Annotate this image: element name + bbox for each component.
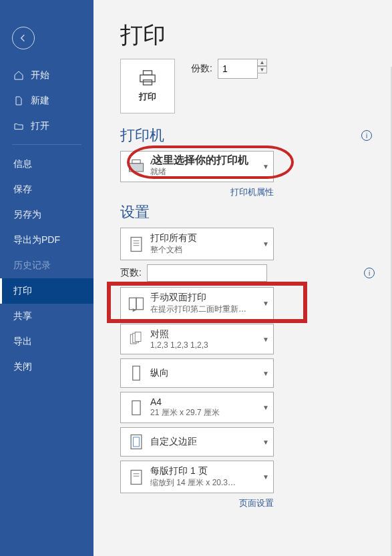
home-icon bbox=[13, 70, 24, 81]
pages-per-sheet-icon bbox=[126, 467, 146, 487]
svg-rect-14 bbox=[135, 332, 141, 342]
sidebar-item-close[interactable]: 关闭 bbox=[0, 354, 93, 380]
chevron-down-icon: ▼ bbox=[262, 370, 269, 377]
sidebar-item-share[interactable]: 共享 bbox=[0, 304, 93, 329]
sidebar-item-export[interactable]: 导出 bbox=[0, 329, 93, 354]
svg-rect-0 bbox=[144, 71, 152, 75]
svg-rect-2 bbox=[144, 80, 152, 85]
printer-properties-link[interactable]: 打印机属性 bbox=[120, 186, 274, 198]
svg-rect-19 bbox=[131, 470, 142, 484]
svg-rect-18 bbox=[134, 437, 140, 447]
arrow-left-icon bbox=[18, 33, 29, 43]
chevron-down-icon: ▼ bbox=[262, 240, 269, 248]
pages-label: 页数: bbox=[120, 267, 142, 279]
chevron-down-icon: ▼ bbox=[262, 336, 269, 343]
page-title: 打印 bbox=[120, 20, 372, 51]
copies-input[interactable] bbox=[218, 59, 258, 79]
orientation-select[interactable]: 纵向 ▼ bbox=[120, 358, 274, 388]
svg-rect-11 bbox=[136, 298, 144, 310]
sidebar-item-label: 打印 bbox=[13, 285, 32, 297]
back-button[interactable] bbox=[12, 27, 35, 49]
collate-icon bbox=[126, 329, 146, 349]
page-size-icon bbox=[126, 398, 146, 418]
chevron-down-icon: ▼ bbox=[262, 300, 269, 307]
sidebar-item-exportpdf[interactable]: 导出为PDF bbox=[0, 228, 93, 253]
sidebar-item-label: 新建 bbox=[31, 95, 49, 107]
printer-section-title: 打印机 i bbox=[120, 125, 372, 146]
settings-section-title: 设置 bbox=[120, 202, 372, 222]
chevron-up-icon[interactable]: ▲ bbox=[258, 59, 267, 66]
printer-device-icon bbox=[126, 157, 146, 177]
paper-size-select[interactable]: A4 21 厘米 x 29.7 厘米 ▼ bbox=[120, 392, 274, 423]
sidebar-item-label: 另存为 bbox=[13, 209, 41, 221]
sidebar-item-label: 共享 bbox=[13, 310, 32, 322]
svg-point-5 bbox=[132, 169, 134, 171]
svg-rect-1 bbox=[140, 75, 155, 81]
copies-stepper[interactable]: ▲ ▼ bbox=[258, 59, 267, 79]
printer-icon bbox=[138, 69, 158, 87]
duplex-icon bbox=[126, 294, 146, 314]
printer-name: Adobe PDF bbox=[150, 156, 260, 166]
sidebar-item-label: 导出 bbox=[13, 336, 32, 348]
sidebar-item-info[interactable]: 信息 bbox=[0, 152, 93, 177]
page-setup-link[interactable]: 页面设置 bbox=[120, 497, 274, 509]
svg-rect-15 bbox=[133, 366, 140, 380]
sidebar-item-label: 保存 bbox=[13, 184, 32, 196]
sidebar-item-new[interactable]: 新建 bbox=[0, 88, 93, 113]
svg-rect-6 bbox=[131, 237, 142, 251]
chevron-down-icon: ▼ bbox=[262, 473, 269, 481]
margins-select[interactable]: 自定义边距 ▼ bbox=[120, 427, 274, 457]
pages-icon bbox=[126, 234, 146, 254]
sidebar-item-label: 导出为PDF bbox=[13, 234, 60, 246]
chevron-down-icon: ▼ bbox=[262, 439, 269, 446]
svg-rect-10 bbox=[130, 298, 137, 310]
margins-icon bbox=[126, 432, 146, 452]
sidebar-item-label: 历史记录 bbox=[13, 260, 51, 272]
main-panel: 打印 打印 份数: ▲ ▼ 打印机 i bbox=[93, 0, 392, 556]
print-range-select[interactable]: 打印所有页 整个文档 ▼ bbox=[120, 228, 274, 260]
svg-rect-16 bbox=[132, 400, 140, 414]
info-icon[interactable]: i bbox=[361, 130, 372, 141]
sidebar-item-print[interactable]: 打印 bbox=[0, 278, 93, 304]
folder-open-icon bbox=[13, 121, 24, 131]
portrait-icon bbox=[126, 363, 146, 383]
chevron-down-icon[interactable]: ▼ bbox=[258, 66, 267, 73]
printer-status: 就绪 bbox=[150, 166, 260, 178]
sidebar-item-label: 打开 bbox=[31, 120, 49, 132]
sidebar-item-label: 开始 bbox=[31, 69, 49, 81]
file-icon bbox=[13, 95, 24, 106]
sidebar-item-home[interactable]: 开始 bbox=[0, 63, 93, 88]
sidebar-separator bbox=[12, 144, 81, 145]
duplex-select[interactable]: 手动双面打印 在提示打印第二面时重新… ▼ bbox=[120, 287, 274, 320]
print-button[interactable]: 打印 bbox=[120, 59, 175, 113]
chevron-down-icon: ▼ bbox=[262, 163, 269, 170]
pages-input[interactable] bbox=[147, 264, 267, 282]
sidebar-item-saveas[interactable]: 另存为 bbox=[0, 202, 93, 228]
info-icon[interactable]: i bbox=[364, 268, 375, 278]
sidebar-item-label: 关闭 bbox=[13, 361, 32, 373]
sidebar-item-save[interactable]: 保存 bbox=[0, 177, 93, 202]
sidebar-item-open[interactable]: 打开 bbox=[0, 113, 93, 139]
print-button-label: 打印 bbox=[139, 91, 156, 103]
sidebar: 开始 新建 打开 信息 保存 另存为 导出为PDF 历史记录 打印 共享 导出 … bbox=[0, 0, 93, 556]
printer-select[interactable]: Adobe PDF 就绪 ▼ bbox=[120, 151, 274, 182]
pages-per-sheet-select[interactable]: 每版打印 1 页 缩放到 14 厘米 x 20.3… ▼ bbox=[120, 461, 274, 493]
sidebar-item-history: 历史记录 bbox=[0, 253, 93, 278]
collate-select[interactable]: 对照 1,2,3 1,2,3 1,2,3 ▼ bbox=[120, 324, 274, 354]
copies-label: 份数: bbox=[191, 63, 212, 75]
svg-rect-4 bbox=[132, 160, 140, 163]
sidebar-item-label: 信息 bbox=[13, 158, 32, 170]
chevron-down-icon: ▼ bbox=[262, 404, 269, 411]
